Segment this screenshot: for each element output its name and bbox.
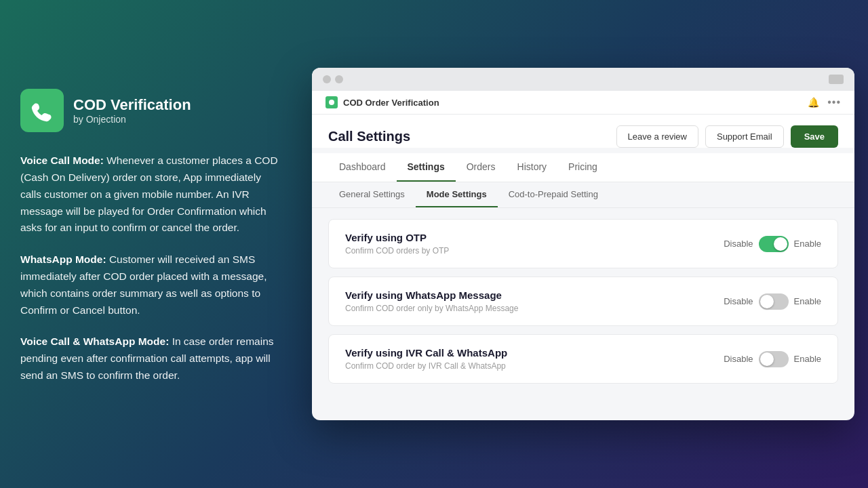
sub-tabs: General Settings Mode Settings Cod-to-Pr… <box>312 182 854 208</box>
tab-pricing[interactable]: Pricing <box>557 153 608 182</box>
toggle-container-ivr: Disable Enable <box>724 351 821 367</box>
setting-ivr-desc: Confirm COD order by IVR Call & WhatsApp <box>345 361 724 371</box>
cod-badge <box>326 96 338 108</box>
setting-card-ivr-info: Verify using IVR Call & WhatsApp Confirm… <box>345 347 724 371</box>
description-voice-whatsapp: Voice Call & WhatsApp Mode: In case orde… <box>20 333 285 384</box>
toggle-whatsapp-knob <box>760 295 774 308</box>
toggle-otp-enable-label: Enable <box>794 239 821 249</box>
page-header: Call Settings Leave a review Support Ema… <box>312 115 854 148</box>
whatsapp-label: WhatsApp Mode: <box>20 253 106 265</box>
setting-card-ivr: Verify using IVR Call & WhatsApp Confirm… <box>328 334 838 384</box>
app-window: COD Order Verification 🔔 ••• Call Settin… <box>312 68 854 420</box>
tab-settings[interactable]: Settings <box>397 153 456 182</box>
setting-card-whatsapp-info: Verify using WhatsApp Message Confirm CO… <box>345 289 724 313</box>
setting-card-whatsapp: Verify using WhatsApp Message Confirm CO… <box>328 277 838 326</box>
support-email-button[interactable]: Support Email <box>705 125 784 148</box>
left-panel: COD Verification by Onjection Voice Call… <box>0 62 312 426</box>
toggle-otp-disable-label: Disable <box>724 239 753 249</box>
toggle-whatsapp-disable-label: Disable <box>724 296 753 306</box>
more-options-icon[interactable]: ••• <box>827 96 841 108</box>
voice-call-label: Voice Call Mode: <box>20 155 104 166</box>
bell-icon[interactable]: 🔔 <box>808 97 819 108</box>
setting-card-otp-info: Verify using OTP Confirm COD orders by O… <box>345 232 724 256</box>
app-topbar-left: COD Order Verification <box>326 96 439 108</box>
app-title-main: COD Verification <box>73 96 191 114</box>
toggle-otp-knob <box>774 237 787 251</box>
toggle-ivr-enable-label: Enable <box>794 354 821 364</box>
voice-whatsapp-label: Voice Call & WhatsApp Mode: <box>20 336 169 347</box>
page-title: Call Settings <box>328 129 410 144</box>
titlebar-dot-right <box>829 75 844 84</box>
setting-ivr-title: Verify using IVR Call & WhatsApp <box>345 347 724 359</box>
titlebar-dots-left <box>323 75 343 83</box>
setting-otp-title: Verify using OTP <box>345 232 724 243</box>
app-title: COD Verification by Onjection <box>73 96 191 125</box>
setting-otp-desc: Confirm COD orders by OTP <box>345 246 724 256</box>
toggle-container-whatsapp: Disable Enable <box>724 293 821 310</box>
tab-orders[interactable]: Orders <box>456 153 507 182</box>
tab-history[interactable]: History <box>507 153 558 182</box>
toggle-ivr-knob <box>760 352 774 366</box>
setting-whatsapp-title: Verify using WhatsApp Message <box>345 289 724 301</box>
subtab-mode[interactable]: Mode Settings <box>416 182 498 207</box>
toggle-whatsapp[interactable] <box>759 293 789 310</box>
toggle-otp[interactable] <box>759 236 789 252</box>
app-header: COD Verification by Onjection <box>20 89 285 132</box>
right-panel: COD Order Verification 🔔 ••• Call Settin… <box>312 54 868 434</box>
titlebar-dot-2 <box>335 75 343 83</box>
toggle-whatsapp-enable-label: Enable <box>794 296 821 306</box>
toggle-container-otp: Disable Enable <box>724 236 821 252</box>
leave-review-button[interactable]: Leave a review <box>616 125 698 148</box>
app-title-sub: by Onjection <box>73 114 191 125</box>
subtab-general[interactable]: General Settings <box>328 182 416 207</box>
save-button[interactable]: Save <box>791 125 838 148</box>
toggle-ivr[interactable] <box>759 351 789 367</box>
phone-icon <box>29 98 55 123</box>
app-topbar-right: 🔔 ••• <box>808 96 841 108</box>
cod-badge-dot <box>329 100 334 105</box>
titlebar-dot-1 <box>323 75 331 83</box>
subtab-cod-prepaid[interactable]: Cod-to-Prepaid Setting <box>498 182 609 207</box>
window-titlebar <box>312 68 854 91</box>
setting-whatsapp-desc: Confirm COD order only by WhatsApp Messa… <box>345 304 724 313</box>
tab-dashboard[interactable]: Dashboard <box>328 153 397 182</box>
page-actions: Leave a review Support Email Save <box>616 125 838 148</box>
voice-call-text: Whenever a customer places a COD (Cash O… <box>20 155 278 233</box>
setting-card-otp: Verify using OTP Confirm COD orders by O… <box>328 219 838 268</box>
toggle-ivr-disable-label: Disable <box>724 354 753 364</box>
app-icon <box>20 89 64 132</box>
description-whatsapp: WhatsApp Mode: Customer will received an… <box>20 251 285 319</box>
app-topbar: COD Order Verification 🔔 ••• <box>312 91 854 115</box>
settings-content: Verify using OTP Confirm COD orders by O… <box>312 208 854 403</box>
main-tabs: Dashboard Settings Orders History Pricin… <box>312 153 854 182</box>
description-voice-call: Voice Call Mode: Whenever a customer pla… <box>20 152 285 237</box>
app-topbar-title: COD Order Verification <box>343 98 439 108</box>
